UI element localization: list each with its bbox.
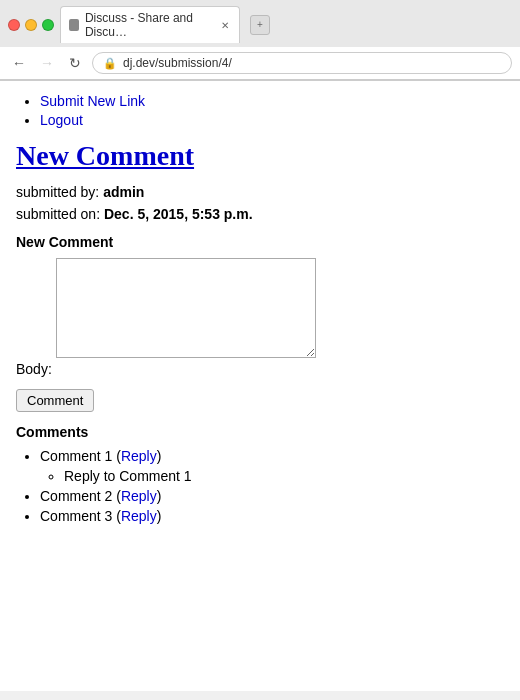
traffic-lights xyxy=(8,19,54,31)
submitted-on-value: Dec. 5, 2015, 5:53 p.m. xyxy=(104,206,253,222)
list-item: Comment 1 (Reply) Reply to Comment 1 xyxy=(40,448,504,484)
comments-heading: Comments xyxy=(16,424,504,440)
submitted-by-value: admin xyxy=(103,184,144,200)
nav-bar: ← → ↻ 🔒 dj.dev/submission/4/ xyxy=(0,47,520,80)
comment-text: Comment 2 xyxy=(40,488,112,504)
submitted-on-label: submitted on: xyxy=(16,206,100,222)
comment-form: Body: Comment xyxy=(16,258,504,412)
body-textarea[interactable] xyxy=(56,258,316,358)
page-title[interactable]: New Comment xyxy=(16,140,504,172)
page-content: Submit New Link Logout New Comment submi… xyxy=(0,81,520,691)
title-bar: Discuss - Share and Discu… ✕ + xyxy=(0,0,520,47)
tab-favicon-icon xyxy=(69,19,79,31)
comment-text: Comment 1 xyxy=(40,448,112,464)
address-icon: 🔒 xyxy=(103,57,117,70)
reply-link-2[interactable]: Reply xyxy=(121,508,157,524)
submitted-by-label: submitted by: xyxy=(16,184,99,200)
forward-button[interactable]: → xyxy=(36,52,58,74)
new-comment-heading: New Comment xyxy=(16,234,504,250)
comment-submit-button[interactable]: Comment xyxy=(16,389,94,412)
comment-text: Comment 3 xyxy=(40,508,112,524)
new-tab-button[interactable]: + xyxy=(250,15,270,35)
address-bar[interactable]: 🔒 dj.dev/submission/4/ xyxy=(92,52,512,74)
reply-text: Reply to Comment 1 xyxy=(64,468,192,484)
refresh-button[interactable]: ↻ xyxy=(64,52,86,74)
back-button[interactable]: ← xyxy=(8,52,30,74)
list-item: Reply to Comment 1 xyxy=(64,468,504,484)
nav-links: Submit New Link Logout xyxy=(16,93,504,128)
browser-chrome: Discuss - Share and Discu… ✕ + ← → ↻ 🔒 d… xyxy=(0,0,520,81)
reply-link-0[interactable]: Reply xyxy=(121,448,157,464)
submitted-by: submitted by: admin xyxy=(16,184,504,200)
reply-link-1[interactable]: Reply xyxy=(121,488,157,504)
close-button[interactable] xyxy=(8,19,20,31)
browser-tab[interactable]: Discuss - Share and Discu… ✕ xyxy=(60,6,240,43)
comments-list: Comment 1 (Reply) Reply to Comment 1 Com… xyxy=(16,448,504,524)
tab-close-icon[interactable]: ✕ xyxy=(221,20,229,31)
submitted-on: submitted on: Dec. 5, 2015, 5:53 p.m. xyxy=(16,206,504,222)
list-item: Comment 2 (Reply) xyxy=(40,488,504,504)
submit-new-link[interactable]: Submit New Link xyxy=(40,93,145,109)
list-item: Comment 3 (Reply) xyxy=(40,508,504,524)
maximize-button[interactable] xyxy=(42,19,54,31)
address-text: dj.dev/submission/4/ xyxy=(123,56,232,70)
comments-section: Comments Comment 1 (Reply) Reply to Comm… xyxy=(16,424,504,524)
tab-title: Discuss - Share and Discu… xyxy=(85,11,211,39)
minimize-button[interactable] xyxy=(25,19,37,31)
nested-comments-list: Reply to Comment 1 xyxy=(40,468,504,484)
logout-link[interactable]: Logout xyxy=(40,112,83,128)
